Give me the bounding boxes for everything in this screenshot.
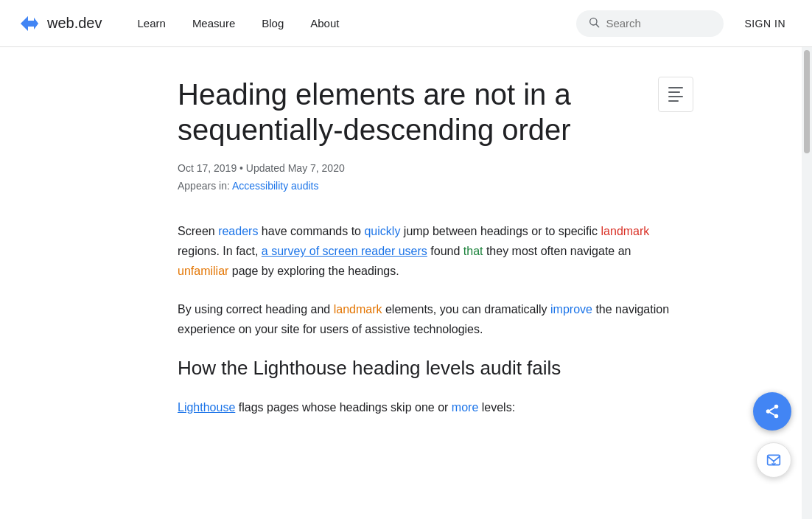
p1-text-jump: jump between headings or to specific (400, 225, 601, 237)
paragraph-1: Screen readers have commands to quickly … (178, 221, 679, 282)
toc-button[interactable] (658, 77, 693, 112)
toc-icon (668, 87, 683, 102)
scrollbar[interactable] (802, 47, 812, 479)
meta-separator: • (239, 162, 246, 174)
sign-in-button[interactable]: SIGN IN (735, 12, 794, 35)
nav-measure[interactable]: Measure (181, 11, 247, 35)
email-icon (766, 453, 781, 467)
article-meta: Oct 17, 2019 • Updated May 7, 2020 (178, 162, 679, 174)
nav-about[interactable]: About (298, 11, 351, 35)
survey-link[interactable]: a survey of screen reader users (262, 245, 427, 257)
appears-in-link[interactable]: Accessibility audits (232, 180, 319, 192)
nav-learn[interactable]: Learn (126, 11, 178, 35)
navbar: web.dev Learn Measure Blog About SIGN IN (0, 0, 812, 47)
main-content: Heading elements are not in a sequential… (89, 47, 723, 479)
section-heading-1: How the Lighthouse heading levels audit … (178, 357, 679, 380)
svg-point-4 (774, 405, 779, 409)
search-input[interactable] (606, 17, 712, 29)
p1-text-landmark: landmark (601, 225, 650, 237)
p1-text-readers: readers (218, 225, 258, 237)
logo-link[interactable]: web.dev (18, 12, 102, 35)
p1-text-they: they most often navigate an (483, 245, 631, 257)
paragraph-3: Lighthouse flags pages whose headings sk… (178, 397, 679, 417)
share-icon (764, 403, 780, 419)
p1-text-have: have commands to (258, 225, 364, 237)
nav-right: SIGN IN (576, 10, 794, 37)
svg-point-5 (766, 409, 771, 414)
svg-point-6 (774, 414, 779, 419)
p1-text-screen: Screen (178, 225, 218, 237)
svg-line-7 (770, 412, 774, 415)
p1-text-that: that (463, 245, 483, 257)
svg-line-8 (770, 408, 774, 411)
search-box[interactable] (576, 10, 724, 37)
p1-text-quickly: quickly (364, 225, 400, 237)
article-date: Oct 17, 2019 (178, 162, 237, 174)
page-wrapper: Heading elements are not in a sequential… (0, 47, 812, 479)
paragraph-2: By using correct heading and landmark el… (178, 299, 679, 339)
svg-marker-1 (21, 16, 38, 24)
article-body: Screen readers have commands to quickly … (178, 221, 679, 417)
nav-links: Learn Measure Blog About (126, 11, 577, 35)
svg-line-3 (596, 24, 599, 27)
p2-landmark: landmark (334, 303, 382, 316)
appears-in-label: Appears in: (178, 180, 230, 192)
logo-text: web.dev (47, 15, 102, 32)
search-icon (588, 16, 600, 31)
article-title: Heading elements are not in a sequential… (178, 77, 679, 147)
scrollbar-thumb[interactable] (804, 50, 810, 153)
appears-in: Appears in: Accessibility audits (178, 180, 679, 192)
p3-more: more (452, 401, 478, 414)
article-updated: Updated May 7, 2020 (246, 162, 345, 174)
lighthouse-link[interactable]: Lighthouse (178, 401, 235, 414)
logo-icon (18, 12, 41, 35)
p1-text-page: page by exploring the headings. (228, 265, 399, 277)
share-fab-button[interactable] (753, 392, 791, 431)
p1-text-regions: regions. In fact, a survey of screen rea… (178, 245, 463, 257)
email-fab-button[interactable] (756, 442, 791, 478)
p2-improve: improve (550, 303, 592, 316)
p1-text-unfamiliar: unfamiliar (178, 265, 228, 277)
nav-blog[interactable]: Blog (250, 11, 295, 35)
